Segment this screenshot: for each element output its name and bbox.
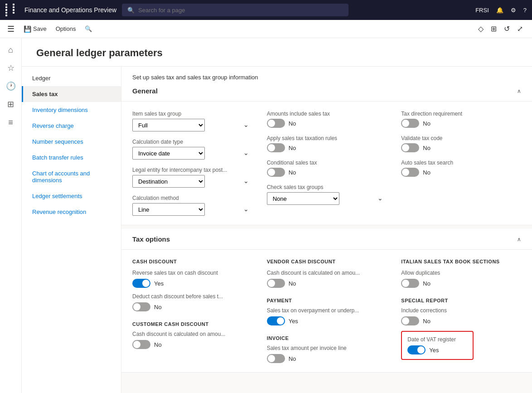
validate-tax-code-toggle-row: No xyxy=(401,143,521,152)
vendor-cash-discount-value: No xyxy=(289,280,296,287)
calculation-date-type-label: Calculation date type xyxy=(132,139,252,145)
customer-cash-discount-toggle[interactable] xyxy=(132,340,150,349)
legal-entity-select[interactable]: Destination Source xyxy=(132,175,205,188)
apply-sales-tax-label: Apply sales tax taxation rules xyxy=(267,135,387,141)
auto-sales-tax-search-toggle[interactable] xyxy=(401,168,419,177)
search-button[interactable]: 🔍 xyxy=(81,23,96,35)
invoice-group: INVOICE Sales tax amount per invoice lin… xyxy=(267,335,387,363)
calculation-method-wrapper[interactable]: Line Total xyxy=(132,203,252,216)
deduct-cash-discount-toggle[interactable] xyxy=(132,302,150,311)
sales-tax-overpayment-field: Sales tax on overpayment or underp... Ye… xyxy=(267,307,387,325)
validate-tax-code-toggle[interactable] xyxy=(401,143,419,152)
page-title: General ledger parameters xyxy=(36,47,517,59)
general-section: General ∧ Item sales tax group xyxy=(121,81,532,225)
date-of-vat-register-toggle[interactable] xyxy=(407,345,426,354)
tax-direction-toggle[interactable] xyxy=(401,119,419,128)
apply-sales-tax-toggle[interactable] xyxy=(267,143,285,152)
search-input[interactable] xyxy=(138,7,343,14)
nav-item-inventory[interactable]: Inventory dimensions xyxy=(22,102,121,118)
amounts-include-label: Amounts include sales tax xyxy=(267,111,387,117)
user-badge[interactable]: FRSI xyxy=(475,7,489,14)
hamburger-icon[interactable]: ☰ xyxy=(7,24,15,34)
validate-tax-code-value: No xyxy=(423,145,430,151)
notifications-icon[interactable]: 🔔 xyxy=(496,7,503,14)
nav-item-chart-accounts[interactable]: Chart of accounts and dimensions xyxy=(22,165,121,188)
save-button[interactable]: 💾 Save xyxy=(20,23,50,35)
diamond-icon[interactable]: ◇ xyxy=(476,23,485,35)
nav-item-reverse-charge[interactable]: Reverse charge xyxy=(22,118,121,134)
sales-tax-overpayment-label: Sales tax on overpayment or underp... xyxy=(267,307,387,314)
settings-icon[interactable]: ⚙ xyxy=(511,7,516,14)
grid-icon[interactable]: ⊞ xyxy=(3,96,19,112)
home-icon[interactable]: ⌂ xyxy=(3,42,19,58)
conditional-sales-tax-toggle-row: No xyxy=(267,168,387,177)
vendor-cash-discount-toggle-row: No xyxy=(267,279,387,288)
list-icon[interactable]: ≡ xyxy=(3,114,19,131)
refresh-icon[interactable]: ↺ xyxy=(502,23,512,35)
deduct-cash-discount-value: No xyxy=(154,304,162,311)
amounts-include-toggle[interactable] xyxy=(267,119,285,128)
reverse-sales-tax-value: Yes xyxy=(154,280,164,287)
date-of-vat-register-label: Date of VAT register xyxy=(407,336,467,343)
include-corrections-field: Include corrections No xyxy=(401,307,521,325)
main-layout: ⌂ ☆ 🕐 ⊞ ≡ General ledger parameters Ledg… xyxy=(0,38,532,393)
calculation-method-select[interactable]: Line Total xyxy=(132,203,205,216)
tax-direction-field: Tax direction requirement No xyxy=(401,111,521,128)
include-corrections-toggle[interactable] xyxy=(401,316,419,325)
sales-tax-amount-field: Sales tax amount per invoice line No xyxy=(267,345,387,363)
tax-options-title: Tax options xyxy=(132,235,170,243)
amounts-include-sales-tax-field: Amounts include sales tax No xyxy=(267,111,387,128)
vendor-cash-discount-toggle[interactable] xyxy=(267,279,285,288)
tax-options-section: Tax options ∧ CASH DISCOUNT Reverse sale… xyxy=(121,229,532,373)
nav-item-sales-tax[interactable]: Sales tax xyxy=(22,86,121,102)
search-bar[interactable]: 🔍 xyxy=(122,4,348,16)
tax-options-collapse-icon[interactable]: ∧ xyxy=(517,236,521,243)
conditional-sales-tax-field: Conditional sales tax No xyxy=(267,160,387,177)
sales-tax-amount-toggle[interactable] xyxy=(267,354,285,363)
check-sales-tax-groups-select[interactable]: None Warning Error xyxy=(267,192,339,205)
item-sales-tax-group-select[interactable]: Full Reduced Zero xyxy=(132,119,205,131)
nav-item-batch-transfer[interactable]: Batch transfer rules xyxy=(22,150,121,165)
vendor-cash-discount-header: VENDOR CASH DISCOUNT xyxy=(267,259,387,264)
general-col-2: Amounts include sales tax No xyxy=(267,111,387,216)
calculation-date-type-wrapper[interactable]: Invoice date Delivery date xyxy=(132,147,252,160)
general-collapse-icon[interactable]: ∧ xyxy=(517,88,521,94)
nav-item-number-sequences[interactable]: Number sequences xyxy=(22,134,121,150)
options-button[interactable]: Options xyxy=(52,23,80,35)
nav-item-revenue-recognition[interactable]: Revenue recognition xyxy=(22,204,121,220)
save-icon: 💾 xyxy=(24,25,31,33)
sales-tax-overpayment-toggle-row: Yes xyxy=(267,316,387,325)
star-icon[interactable]: ☆ xyxy=(3,60,19,76)
clock-icon[interactable]: 🕐 xyxy=(3,78,19,94)
date-of-vat-register-value: Yes xyxy=(429,347,439,354)
reverse-sales-tax-toggle[interactable] xyxy=(132,279,150,288)
check-sales-tax-groups-label: Check sales tax groups xyxy=(267,184,387,190)
command-bar: ☰ 💾 Save Options 🔍 ◇ ⊞ ↺ ⤢ xyxy=(0,20,532,38)
office-icon[interactable]: ⊞ xyxy=(489,23,498,35)
validate-tax-code-label: Validate tax code xyxy=(401,135,521,141)
sales-tax-amount-toggle-row: No xyxy=(267,354,387,363)
italian-sales-tax-header: ITALIAN SALES TAX BOOK SECTIONS xyxy=(401,259,521,264)
nav-item-ledger-settlements[interactable]: Ledger settlements xyxy=(22,188,121,204)
customer-cash-discount-group: CUSTOMER CASH DISCOUNT Cash discount is … xyxy=(132,320,252,349)
cmd-right-icons: ◇ ⊞ ↺ ⤢ xyxy=(476,23,525,35)
allow-duplicates-toggle[interactable] xyxy=(401,279,419,288)
legal-entity-wrapper[interactable]: Destination Source xyxy=(132,175,252,188)
app-grid-icon[interactable] xyxy=(5,4,19,16)
top-bar-right: FRSI 🔔 ⚙ ? xyxy=(475,7,527,14)
allow-duplicates-field: Allow duplicates No xyxy=(401,270,521,288)
check-sales-tax-groups-wrapper[interactable]: None Warning Error xyxy=(267,192,387,205)
nav-item-ledger[interactable]: Ledger xyxy=(22,70,121,86)
icon-sidebar: ⌂ ☆ 🕐 ⊞ ≡ xyxy=(0,38,22,393)
expand-icon[interactable]: ⤢ xyxy=(515,23,525,35)
general-col-3: Tax direction requirement No xyxy=(401,111,521,216)
conditional-sales-tax-toggle[interactable] xyxy=(267,168,285,177)
sales-tax-overpayment-toggle[interactable] xyxy=(267,316,285,325)
general-section-body: Item sales tax group Full Reduced Zero xyxy=(121,102,532,225)
item-sales-tax-group-wrapper[interactable]: Full Reduced Zero xyxy=(132,119,252,131)
customer-cash-discount-label: Cash discount is calculated on amou... xyxy=(132,331,252,337)
apply-sales-tax-toggle-row: No xyxy=(267,143,387,152)
calculation-date-type-select[interactable]: Invoice date Delivery date xyxy=(132,147,205,160)
allow-duplicates-toggle-row: No xyxy=(401,279,521,288)
help-icon[interactable]: ? xyxy=(523,7,527,14)
